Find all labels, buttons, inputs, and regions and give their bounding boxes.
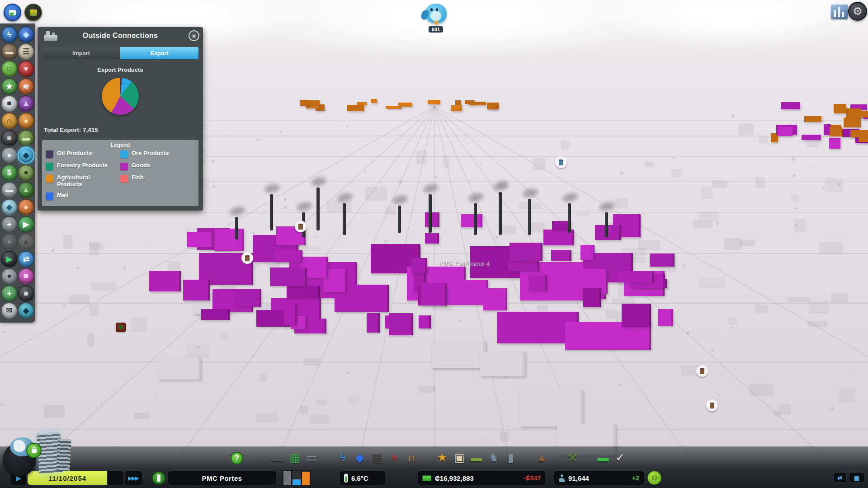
- infoview-happiness-icon[interactable]: ☺: [1, 61, 18, 77]
- education-menu-button[interactable]: ▣: [451, 449, 468, 466]
- healthcare-menu-button[interactable]: +: [386, 449, 403, 466]
- infoview-terrain-height-icon[interactable]: ▬: [1, 182, 18, 198]
- chart-title: Export Products: [38, 66, 203, 73]
- city-name-plate[interactable]: PMC Portes: [168, 471, 276, 485]
- infoview-forestry-icon[interactable]: ▲: [18, 182, 34, 198]
- close-icon[interactable]: ×: [189, 30, 199, 41]
- infoview-water-icon[interactable]: ◆: [18, 26, 34, 43]
- infoview-wildlife-icon[interactable]: ▲: [18, 233, 34, 250]
- chirper-eye: [436, 8, 438, 11]
- infoview-noise-pollution-icon[interactable]: ∩: [1, 113, 18, 129]
- screenshot-mode-button[interactable]: ▣: [849, 473, 864, 483]
- rci-demand-meter[interactable]: [282, 470, 311, 486]
- tab-import[interactable]: Import: [42, 47, 120, 59]
- infoview-heating-icon[interactable]: ●: [18, 199, 34, 216]
- panel-title: Outside Connections: [38, 32, 203, 40]
- police-menu-button[interactable]: ★: [434, 449, 451, 466]
- service-alert-icon[interactable]: [555, 156, 567, 168]
- options-gear-button[interactable]: ⚙: [848, 2, 867, 21]
- infoview-land-value-icon[interactable]: $: [1, 164, 18, 181]
- balance-label: ₡16,932,883: [435, 474, 474, 482]
- infoview-post-icon[interactable]: ✉: [1, 302, 18, 319]
- legend-label: Goods: [132, 162, 150, 169]
- play-pause-button[interactable]: ▶: [11, 471, 26, 485]
- question-mark-icon: ?: [235, 454, 239, 463]
- district-label: PMC Farmland 4: [439, 260, 490, 267]
- population-label: 91,644: [568, 474, 589, 482]
- infoview-venues-icon[interactable]: ■: [18, 268, 34, 285]
- infoview-snapshots-icon[interactable]: ●: [1, 268, 18, 285]
- date-progress[interactable]: 11/10/2054: [28, 471, 123, 485]
- building-notification-icon[interactable]: [116, 323, 126, 332]
- water-sewage-menu-button[interactable]: ◆: [351, 449, 368, 466]
- policies-menu-button[interactable]: ✓: [612, 449, 629, 466]
- infoview-garbage-icon[interactable]: ▬: [1, 43, 18, 60]
- roads-menu-button[interactable]: ▬: [269, 449, 286, 466]
- temperature-label: 6.6°C: [351, 474, 368, 482]
- infoview-routes-icon[interactable]: ▶: [18, 216, 34, 233]
- legend-swatch: [46, 192, 53, 200]
- infoview-public-transport-icon[interactable]: ▬: [18, 130, 34, 146]
- infoview-crime-icon[interactable]: ■: [1, 130, 18, 146]
- infoview-health-icon[interactable]: ♥: [18, 61, 34, 77]
- population-field[interactable]: 91,644 +2: [554, 471, 644, 485]
- legend-box: Legend Oil ProductsForestry ProductsAgri…: [42, 140, 198, 206]
- build-toolbar: ▬▦▭ϟ◆▤+∩★▣▬♞▮▲⚒▬✓: [0, 446, 868, 468]
- districts-menu-button[interactable]: ▭: [303, 449, 321, 466]
- landscaping-menu-button[interactable]: ⚒: [564, 449, 581, 466]
- infoview-electricity-icon[interactable]: ϟ: [1, 26, 18, 43]
- electricity-menu-button[interactable]: ϟ: [334, 449, 351, 466]
- monuments-menu-button[interactable]: ▲: [533, 449, 550, 466]
- garbage-alert-icon[interactable]: [706, 399, 718, 411]
- toggle-ui-button[interactable]: ⇄: [833, 473, 847, 483]
- infoview-population-icon[interactable]: ●: [1, 147, 18, 164]
- panel-header: Outside Connections ×: [38, 27, 203, 44]
- traffic-light-toggle-button[interactable]: [152, 471, 165, 485]
- chirper-button[interactable]: 601: [420, 1, 455, 37]
- infoview-snow-icon[interactable]: ◆: [1, 199, 18, 216]
- chirper-beak: [433, 21, 439, 26]
- garbage-menu-button[interactable]: ▤: [368, 449, 386, 466]
- public-transport-menu-button[interactable]: ▬: [468, 449, 485, 466]
- mod-save-button[interactable]: [4, 4, 21, 21]
- content-manager-button[interactable]: [831, 5, 848, 19]
- commercial-demand-bar: [292, 471, 300, 485]
- tab-export[interactable]: Export: [120, 47, 198, 59]
- infoview-education-icon[interactable]: ☰: [18, 43, 34, 60]
- infoview-underground-icon[interactable]: ⇄: [18, 251, 34, 267]
- fast-forward-button[interactable]: ▶▶▶: [125, 471, 142, 485]
- outside-connections-panel: Outside Connections × ImportExport Expor…: [38, 27, 203, 211]
- infoview-outside-connections-icon[interactable]: ◆: [18, 147, 34, 164]
- infoview-traffic-routes-icon[interactable]: ▶: [1, 251, 18, 267]
- chirper-badge: 601: [429, 26, 443, 33]
- parks-plazas-menu-button[interactable]: ♞: [485, 449, 502, 466]
- infoview-natural-resources-icon[interactable]: ●: [18, 164, 34, 181]
- infoview-road-maintenance-icon[interactable]: +: [1, 216, 18, 233]
- unlock-badge-icon[interactable]: [26, 443, 42, 458]
- infoview-traffic-icon[interactable]: ■: [1, 95, 18, 112]
- infoview-pollution-icon[interactable]: ▲: [18, 95, 34, 112]
- unique-buildings-menu-button[interactable]: ▮: [502, 449, 519, 466]
- garbage-alert-icon[interactable]: [295, 221, 307, 232]
- advisor-help-button[interactable]: ?: [231, 452, 243, 465]
- infoview-industry-icon[interactable]: ■: [18, 285, 34, 302]
- temperature-field[interactable]: 6.6°C: [340, 471, 385, 485]
- garbage-alert-icon[interactable]: [696, 365, 708, 377]
- economy-menu-button[interactable]: ▬: [594, 449, 612, 466]
- infoview-building-levels-icon[interactable]: ★: [1, 78, 18, 95]
- fire-department-menu-button[interactable]: ∩: [403, 449, 420, 466]
- infoview-fire-safety-icon[interactable]: ●: [18, 113, 34, 129]
- industrial-demand-bar: [302, 471, 310, 485]
- mod-tool-button[interactable]: [24, 4, 42, 21]
- legend-item-mail: Mail: [46, 192, 120, 200]
- budget-field[interactable]: ₡16,932,883 -₡647: [418, 471, 545, 485]
- infoview-wind-icon[interactable]: ≋: [18, 78, 34, 95]
- zoning-menu-button[interactable]: ▦: [286, 449, 303, 466]
- total-export-label: Total Export: 7,415: [44, 127, 203, 133]
- happiness-indicator[interactable]: ☺: [647, 471, 661, 485]
- infoview-park-maintenance-icon[interactable]: +: [1, 285, 18, 302]
- infoview-camera-icon[interactable]: ●: [1, 233, 18, 250]
- garbage-alert-icon[interactable]: [241, 252, 253, 264]
- infoview-fishing-icon[interactable]: ◆: [18, 302, 34, 319]
- city-thumb-bar: [842, 12, 844, 17]
